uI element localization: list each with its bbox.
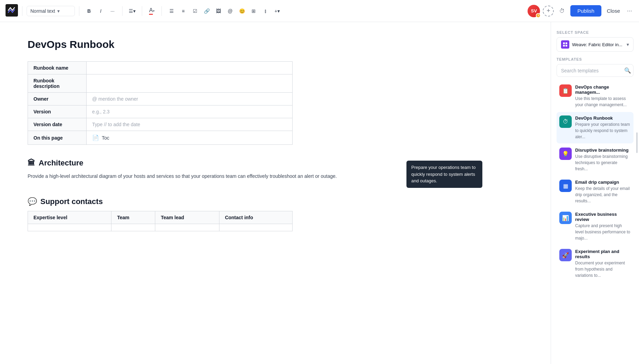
toolbar-divider-2	[79, 6, 79, 16]
toc-icon: 📄	[92, 134, 99, 141]
list-group: ☰ ≡ ☑ 🔗 🖼 @ 😊 ⊞ ⫿ +▾	[166, 6, 283, 17]
template-item-devops-change[interactable]: 📋 DevOps change managem... Use this temp…	[557, 81, 633, 111]
row-value[interactable]: e.g., 2.3	[87, 105, 293, 118]
toolbar-divider-1	[22, 6, 22, 16]
template-item-experiment[interactable]: 🚀 Experiment plan and results Document y…	[557, 245, 633, 282]
italic-button[interactable]: I	[95, 6, 106, 17]
info-table: Runbook name Runbook description Owner @…	[28, 61, 293, 145]
close-button[interactable]: Close	[604, 6, 623, 16]
more-format-button[interactable]: ···	[107, 6, 118, 17]
numbered-list-button[interactable]: ≡	[178, 6, 189, 17]
row-value[interactable]	[87, 62, 293, 74]
row-value[interactable]: @ mention the owner	[87, 93, 293, 105]
sidebar-scrollbar[interactable]	[636, 132, 638, 153]
search-box[interactable]: 🔍	[557, 64, 633, 77]
toolbar-right: SV S + ⏱ Publish Close ···	[528, 5, 633, 17]
template-icon-brainstorming: 💡	[559, 148, 572, 160]
table-row: Owner @ mention the owner	[28, 93, 293, 105]
template-icon-exec-review: 📊	[559, 212, 572, 224]
col-team-lead: Team lead	[155, 211, 219, 224]
emoji-button[interactable]: 😊	[236, 6, 247, 17]
template-desc-exec-review: Capture and present high level business …	[575, 223, 631, 241]
table-row: Version date Type // to add the date	[28, 118, 293, 131]
publish-button[interactable]: Publish	[570, 5, 601, 17]
editor-area: DevOps Runbook Runbook name Runbook desc…	[0, 22, 551, 364]
template-icon-experiment: 🚀	[559, 249, 572, 261]
svg-rect-1	[563, 42, 565, 44]
row-value-toc[interactable]: 📄 Toc	[87, 131, 293, 145]
architecture-emoji: 🏛	[28, 159, 35, 168]
support-table-row	[28, 224, 293, 231]
row-label: On this page	[28, 131, 87, 145]
support-table-header-row: Expertise level Team Team lead Contact i…	[28, 211, 293, 224]
support-heading: 💬 Support contacts	[28, 197, 523, 206]
support-title: Support contacts	[40, 197, 103, 206]
template-name-exec-review: Executive business review	[575, 212, 631, 222]
format-group: B I ···	[83, 6, 118, 17]
row-label: Runbook name	[28, 62, 87, 74]
template-name-email-drip: Email drip campaign	[575, 180, 631, 185]
select-space-title: SELECT SPACE	[557, 30, 633, 34]
app-logo[interactable]	[6, 4, 18, 18]
more-options-button[interactable]: ···	[626, 6, 633, 16]
row-value[interactable]: Type // to add the date	[87, 118, 293, 131]
toolbar-divider-3	[122, 6, 122, 16]
tooltip-text: Prepare your operations team to quickly …	[411, 165, 475, 183]
template-name-devops-change: DevOps change managem...	[575, 84, 631, 95]
page-title[interactable]: DevOps Runbook	[28, 39, 523, 50]
search-icon[interactable]: 🔍	[624, 67, 631, 74]
bold-button[interactable]: B	[83, 6, 95, 17]
template-name-brainstorming: Disruptive brainstorming	[575, 148, 631, 153]
select-space-section: SELECT SPACE Weave: Fabric Editor in... …	[557, 30, 633, 52]
avatar-initials: SV	[531, 8, 537, 13]
template-desc-brainstorming: Use disruptive brainstorming techniques …	[575, 153, 631, 172]
table-row: Version e.g., 2.3	[28, 105, 293, 118]
architecture-title: Architecture	[39, 159, 83, 168]
template-item-email-drip[interactable]: ▦ Email drip campaign Keep the details o…	[557, 176, 633, 208]
row-value[interactable]	[87, 74, 293, 93]
more-insert-button[interactable]: +▾	[272, 6, 283, 17]
template-icon-email-drip: ▦	[559, 180, 572, 192]
sidebar: SELECT SPACE Weave: Fabric Editor in... …	[551, 22, 639, 364]
history-button[interactable]: ⏱	[557, 6, 568, 17]
toc-label: Toc	[102, 135, 109, 141]
text-color-button[interactable]: A ▾	[146, 6, 157, 17]
text-style-label: Normal text	[30, 8, 55, 14]
align-button[interactable]: ☰▾	[127, 6, 138, 17]
alignment-group: ☰▾	[127, 6, 138, 17]
image-button[interactable]: 🖼	[213, 6, 224, 17]
space-selector[interactable]: Weave: Fabric Editor in... ▾	[557, 37, 633, 52]
templates-title: TEMPLATES	[557, 57, 633, 61]
svg-rect-0	[6, 4, 18, 17]
template-desc-devops-change: Use this template to assess your change …	[575, 95, 631, 108]
avatar[interactable]: SV S	[528, 5, 540, 17]
table-row: Runbook description	[28, 74, 293, 93]
main-area: DevOps Runbook Runbook name Runbook desc…	[0, 22, 639, 364]
text-style-dropdown[interactable]: Normal text ▾	[27, 6, 75, 16]
add-collaborator-button[interactable]: +	[543, 6, 554, 17]
template-desc-email-drip: Keep the details of your email drip orga…	[575, 185, 631, 204]
table-row: On this page 📄 Toc	[28, 131, 293, 145]
column-button[interactable]: ⫿	[260, 6, 271, 17]
link-button[interactable]: 🔗	[201, 6, 212, 17]
search-input[interactable]	[561, 68, 621, 73]
bullet-list-button[interactable]: ☰	[166, 6, 177, 17]
template-name-devops-runbook: DevOps Runbook	[575, 115, 631, 121]
template-desc-devops-runbook: Prepare your operations team to quickly …	[575, 121, 631, 140]
template-name-experiment: Experiment plan and results	[575, 249, 631, 259]
template-item-devops-runbook[interactable]: ⏱ DevOps Runbook Prepare your operations…	[557, 112, 633, 143]
mention-button[interactable]: @	[225, 6, 236, 17]
checkbox-button[interactable]: ☑	[189, 6, 200, 17]
template-item-exec-review[interactable]: 📊 Executive business review Capture and …	[557, 208, 633, 245]
svg-rect-3	[563, 45, 565, 47]
row-label: Runbook description	[28, 74, 87, 93]
table-button[interactable]: ⊞	[248, 6, 259, 17]
col-team: Team	[111, 211, 155, 224]
templates-section: TEMPLATES 🔍 📋 DevOps change managem... U…	[557, 57, 633, 282]
col-expertise: Expertise level	[28, 211, 111, 224]
svg-rect-4	[566, 45, 567, 47]
toolbar-divider-5	[161, 6, 162, 16]
template-item-brainstorming[interactable]: 💡 Disruptive brainstorming Use disruptiv…	[557, 144, 633, 175]
toolbar-divider-4	[142, 6, 142, 16]
space-chevron-icon: ▾	[627, 42, 629, 47]
